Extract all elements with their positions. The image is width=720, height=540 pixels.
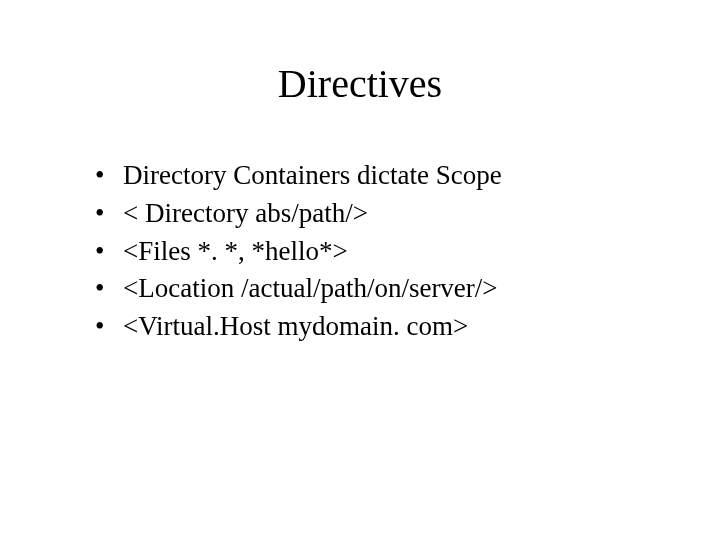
list-item: <Files *. *, *hello*>	[95, 233, 720, 271]
list-item: < Directory abs/path/>	[95, 195, 720, 233]
slide-title: Directives	[0, 60, 720, 107]
list-item: <Location /actual/path/on/server/>	[95, 270, 720, 308]
list-item: <Virtual.Host mydomain. com>	[95, 308, 720, 346]
bullet-list: Directory Containers dictate Scope < Dir…	[0, 157, 720, 346]
list-item: Directory Containers dictate Scope	[95, 157, 720, 195]
slide: Directives Directory Containers dictate …	[0, 0, 720, 540]
